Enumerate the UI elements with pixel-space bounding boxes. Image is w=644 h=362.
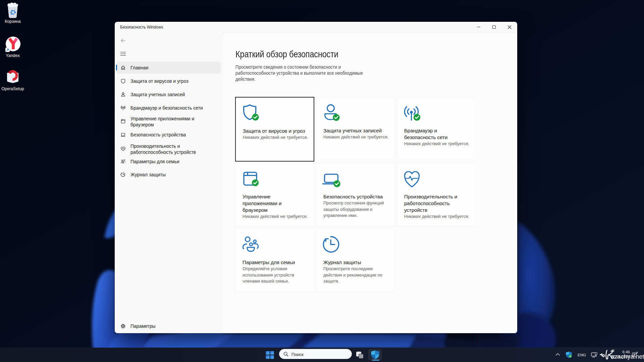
svg-text:azachya.net: azachya.net (611, 353, 644, 360)
